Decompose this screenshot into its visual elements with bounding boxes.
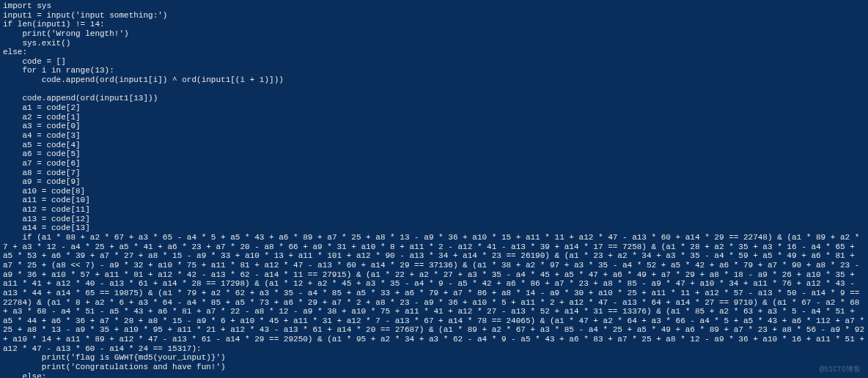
code-line: sys.exit() [3,39,70,48]
code-line: a2 = code[1] [3,113,81,122]
code-line: a7 = code[6] [3,159,81,168]
code-line: print('Wrong length!') [3,29,129,38]
code-line: else: [3,48,27,56]
code-line: a14 = code[13] [3,223,90,232]
code-line: a3 = code[0] [3,122,81,130]
watermark: @51CTO博客 [820,366,861,374]
code-line: for i in range(13): [3,66,114,75]
code-line: else: [3,372,46,378]
code-line: a5 = code[4] [3,141,81,149]
code-line: if len(input1) != 14: [3,20,105,29]
code-line: a9 = code[9] [3,177,81,186]
code-line: print('flag is GWHT{md5(your_input)}') [3,353,226,362]
code-line: a8 = code[7] [3,168,81,177]
code-line: a13 = code[12] [3,215,90,223]
code-line: a10 = code[8] [3,187,85,196]
code-line: a1 = code[2] [3,103,81,112]
code-line: import sys [3,1,51,10]
terminal-output: import sys input1 = input('input somethi… [3,1,865,378]
code-line: a12 = code[11] [3,205,90,214]
code-line: print('Congratulations and have fun!') [3,363,226,371]
code-line: code = [] [3,57,66,66]
code-line: input1 = input('input something:') [3,11,167,20]
code-line: a6 = code[5] [3,149,81,158]
code-line: a11 = code[10] [3,196,90,204]
code-line: code.append(ord(input1[13])) [3,94,158,103]
code-line: a4 = code[3] [3,131,81,140]
code-condition: if (a1 * 88 + a2 * 67 + a3 * 65 - a4 * 5… [3,233,868,353]
code-line: code.append(ord(input1[i]) ^ ord(input1[… [3,75,284,84]
